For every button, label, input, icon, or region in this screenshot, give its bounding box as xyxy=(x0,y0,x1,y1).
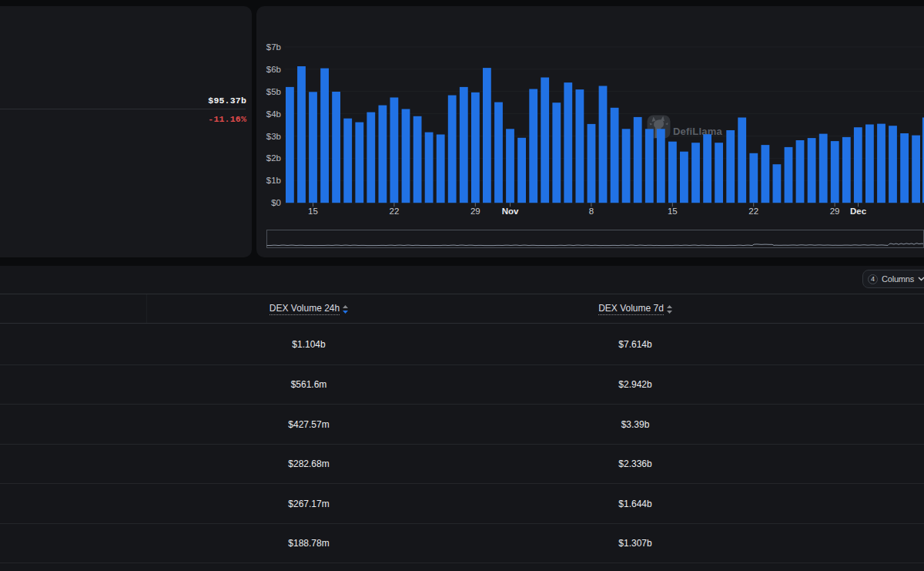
svg-text:$7b: $7b xyxy=(266,42,281,52)
svg-text:$4b: $4b xyxy=(266,109,281,119)
svg-text:Dec: Dec xyxy=(850,207,867,216)
svg-text:$5b: $5b xyxy=(266,87,281,96)
svg-text:15: 15 xyxy=(668,207,678,216)
svg-text:$3b: $3b xyxy=(266,132,281,141)
svg-text:22: 22 xyxy=(748,207,758,216)
svg-text:29: 29 xyxy=(470,207,480,216)
svg-text:22: 22 xyxy=(390,207,400,216)
svg-text:$6b: $6b xyxy=(266,65,281,74)
svg-text:$2b: $2b xyxy=(266,153,281,163)
svg-text:29: 29 xyxy=(830,207,840,216)
svg-text:15: 15 xyxy=(308,207,318,216)
svg-text:Nov: Nov xyxy=(502,207,519,216)
svg-text:$0: $0 xyxy=(271,198,281,207)
svg-text:DefiLlama: DefiLlama xyxy=(673,126,723,137)
svg-text:$1b: $1b xyxy=(266,176,281,185)
svg-text:8: 8 xyxy=(589,207,594,216)
